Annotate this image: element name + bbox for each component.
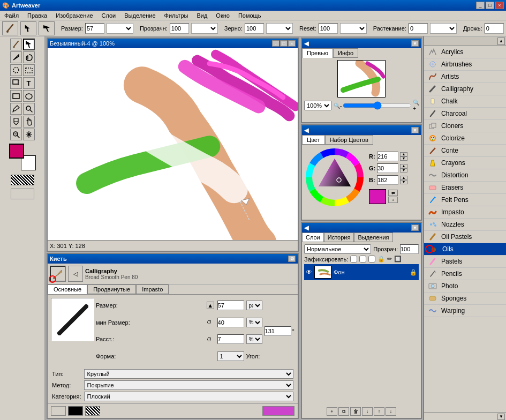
zoom-tool[interactable]	[23, 103, 35, 115]
layer-down-btn[interactable]: ↓	[386, 407, 396, 416]
brush-item-felt-pens[interactable]: Felt Pens	[424, 194, 506, 206]
fix-checkbox-1[interactable]	[350, 256, 357, 262]
brush-arrow-prev[interactable]: ◁	[68, 266, 83, 282]
text-tool[interactable]: T	[23, 77, 35, 89]
preview-settings-btn[interactable]: ▼	[411, 40, 419, 47]
brush-item-colorize[interactable]: Colorize	[424, 132, 506, 145]
pattern-selector[interactable]	[11, 175, 34, 185]
zoom-in-btn[interactable]: 🔍+	[413, 100, 419, 111]
tab-selections[interactable]: Выделения	[354, 232, 392, 242]
blend-mode-select[interactable]: Нормальное	[304, 244, 371, 254]
layer-up-btn[interactable]: ↑	[374, 407, 384, 416]
brush-item-warping[interactable]: Warping	[424, 305, 506, 317]
shape-select[interactable]: 1	[217, 351, 244, 361]
zoom-select[interactable]: 100%	[304, 101, 331, 110]
r-spinner[interactable]: ▲ ▼	[400, 152, 407, 161]
hand-tool[interactable]	[23, 116, 35, 128]
brush-type-button[interactable]	[50, 266, 66, 282]
brush-item-pastels[interactable]: Pastels	[424, 256, 506, 268]
reset-input[interactable]	[319, 23, 338, 34]
tab-layers[interactable]: Слои	[302, 232, 324, 242]
layer-delete-btn[interactable]: 🗑	[350, 407, 361, 416]
arrow-tool[interactable]	[20, 21, 36, 35]
foreground-color[interactable]	[9, 144, 24, 159]
brush-item-crayons[interactable]: Crayons	[424, 157, 506, 169]
rect-select-tool[interactable]	[23, 64, 35, 76]
menu-edit[interactable]: Правка	[25, 12, 49, 19]
tab-basic[interactable]: Основные	[48, 284, 87, 294]
tremor-input[interactable]	[485, 23, 504, 34]
brush-item-chalk[interactable]: Chalk	[424, 95, 506, 108]
swatch-black[interactable]	[68, 406, 83, 416]
brush-item-sponges[interactable]: Sponges	[424, 292, 506, 305]
g-spinner[interactable]: ▲ ▼	[400, 164, 407, 172]
brush-item-calligraphy[interactable]: Calligraphy	[424, 83, 506, 95]
lasso-tool[interactable]	[23, 51, 35, 63]
opacity-select[interactable]	[191, 23, 218, 34]
spread-select[interactable]	[430, 23, 457, 34]
type-select[interactable]: Круглый	[84, 369, 293, 379]
brush-item-impasto[interactable]: Impasto	[424, 206, 506, 219]
size-input[interactable]	[85, 23, 104, 34]
tab-impasto[interactable]: Impasto	[136, 284, 169, 294]
brush-item-nozzles[interactable]: Nozzles	[424, 219, 506, 231]
layer-add-btn[interactable]: +	[327, 407, 337, 416]
color-add-btn[interactable]: +	[388, 197, 398, 203]
menu-image[interactable]: Изображение	[54, 12, 95, 19]
menu-view[interactable]: Вид	[194, 12, 209, 19]
brushlist-scrolldown[interactable]: ▼	[497, 414, 505, 420]
pen-tool[interactable]	[10, 51, 22, 63]
spacing-input[interactable]	[217, 334, 244, 344]
menu-filters[interactable]: Фильтры	[162, 12, 191, 19]
brush-panel-settings[interactable]: ⚙	[288, 256, 296, 262]
select-tool[interactable]	[39, 21, 55, 35]
doc-minimize[interactable]: -	[272, 40, 280, 47]
category-select[interactable]: Плоский	[84, 392, 293, 401]
doc-close[interactable]: ×	[288, 40, 296, 47]
menu-layers[interactable]: Слои	[100, 12, 118, 19]
reset-select[interactable]	[340, 23, 367, 34]
method-select[interactable]: Покрытие	[84, 380, 293, 390]
fix-checkbox-2[interactable]	[359, 256, 366, 262]
doc-maximize[interactable]: □	[280, 40, 288, 47]
brush-tool-icon[interactable]	[2, 21, 18, 35]
maximize-button[interactable]: □	[486, 2, 494, 9]
opacity-input[interactable]	[170, 23, 189, 34]
brush-item-distortion[interactable]: Distortion	[424, 169, 506, 182]
brush-item-conte[interactable]: Conte	[424, 145, 506, 157]
circle-select-tool[interactable]	[10, 64, 22, 76]
tab-preview[interactable]: Превью	[302, 48, 333, 58]
layer-item[interactable]: 👁 Фон 🔒	[304, 264, 419, 280]
tab-advanced[interactable]: Продвинутые	[87, 284, 136, 294]
eyedropper-tool[interactable]	[10, 103, 22, 115]
b-spinner[interactable]: ▲ ▼	[400, 176, 407, 184]
zoom-slider[interactable]	[343, 102, 412, 109]
brush-item-pencils[interactable]: Pencils	[424, 268, 506, 280]
brush-item-airbrushes[interactable]: Airbrushes	[424, 58, 506, 71]
swatch-pattern[interactable]	[85, 406, 100, 416]
r-input[interactable]	[377, 152, 398, 161]
tab-color-sets[interactable]: Набор Цветов	[325, 135, 373, 145]
layer-merge-btn[interactable]: ↓	[362, 407, 373, 416]
brush-item-artists[interactable]: Artists	[424, 71, 506, 83]
color-settings-btn[interactable]: ▼	[411, 127, 419, 133]
swatch-color[interactable]	[262, 406, 294, 416]
brush-item-oils[interactable]: Oils	[424, 243, 506, 256]
close-button[interactable]: ×	[495, 2, 504, 9]
menu-window[interactable]: Окно	[214, 12, 232, 19]
size-select[interactable]	[107, 23, 133, 34]
pan-tool[interactable]	[23, 129, 35, 140]
brushlist-scrollup[interactable]: ▲	[497, 38, 505, 45]
b-input[interactable]	[377, 175, 398, 185]
menu-file[interactable]: Файл	[2, 12, 21, 19]
layers-opacity-input[interactable]	[400, 244, 419, 254]
brush-item-acrylics[interactable]: Acrylics	[424, 46, 506, 58]
min-size-select[interactable]: %	[246, 318, 262, 327]
fix-checkbox-3[interactable]	[368, 256, 375, 262]
size-unit-select[interactable]: px	[246, 301, 262, 310]
grain-input[interactable]	[245, 23, 264, 34]
tab-history[interactable]: История	[324, 232, 354, 242]
tab-info[interactable]: Инфо	[333, 48, 358, 58]
brush-item-photo[interactable]: Photo	[424, 280, 506, 292]
color-wheel-container[interactable]	[304, 147, 366, 208]
